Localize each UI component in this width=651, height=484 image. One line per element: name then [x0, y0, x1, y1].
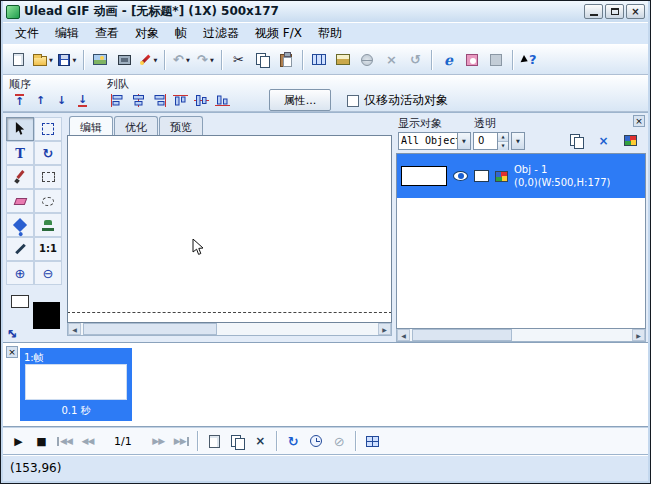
export-button[interactable] — [362, 431, 383, 452]
move-down-button[interactable]: ↓ — [51, 90, 72, 111]
last-frame-button[interactable]: ▶▶ — [171, 431, 192, 452]
scroll-right-arrow[interactable]: ▶ — [378, 323, 391, 335]
scroll-track[interactable] — [81, 323, 378, 335]
paste-button[interactable] — [275, 48, 298, 71]
menu-object[interactable]: 对象 — [127, 22, 167, 45]
rotate-tool-button[interactable]: ↻ — [34, 141, 62, 165]
frame-item-selected[interactable]: 1:帧 0.1 秒 — [20, 348, 132, 421]
close-button[interactable]: × — [626, 4, 645, 19]
menu-view[interactable]: 查看 — [87, 22, 127, 45]
object-color-chip[interactable] — [474, 170, 489, 182]
move-active-only-checkbox[interactable]: 仅移动活动对象 — [347, 92, 448, 109]
play-button[interactable]: ▶ — [8, 431, 29, 452]
scroll-thumb[interactable] — [412, 329, 512, 341]
menu-frame[interactable]: 帧 — [167, 22, 195, 45]
prev-frame-button[interactable]: ◀◀ — [77, 431, 98, 452]
add-banner-button[interactable] — [332, 48, 355, 71]
add-frame-button[interactable] — [204, 431, 225, 452]
optimize-info-button[interactable] — [485, 48, 508, 71]
revert-button[interactable]: ↺ — [404, 48, 427, 71]
redo-button[interactable]: ↷▼ — [194, 48, 217, 71]
maximize-button[interactable] — [605, 4, 624, 19]
menu-filters[interactable]: 过滤器 — [195, 22, 247, 45]
object-list-hscrollbar[interactable]: ◀ ▶ — [396, 329, 646, 342]
scroll-left-arrow[interactable]: ◀ — [68, 323, 81, 335]
properties-button[interactable]: 属性... — [269, 89, 331, 111]
duplicate-object-button[interactable] — [565, 129, 588, 152]
visibility-eye-icon[interactable] — [453, 171, 468, 181]
align-top-button[interactable] — [170, 90, 191, 111]
cut-button[interactable]: ✂ — [227, 48, 250, 71]
marquee-tool-button[interactable] — [34, 165, 62, 189]
title-bar[interactable]: Ulead GIF 动画 - [无标题*] (1X) 500x177 × — [3, 1, 648, 22]
lasso-tool-button[interactable] — [34, 189, 62, 213]
menu-edit[interactable]: 编辑 — [47, 22, 87, 45]
align-center-v-button[interactable] — [191, 90, 212, 111]
onion-skin-button[interactable]: ⊘ — [329, 431, 350, 452]
scroll-track[interactable] — [410, 329, 632, 341]
actual-size-button[interactable]: 1:1 — [34, 237, 62, 261]
delete-frame-button[interactable]: × — [250, 431, 271, 452]
move-to-bottom-button[interactable]: ↓ — [72, 90, 93, 111]
loop-button[interactable]: ↻ — [283, 431, 304, 452]
capture-button[interactable] — [113, 48, 136, 71]
first-frame-button[interactable]: ◀◀ — [54, 431, 75, 452]
transparency-slider-button[interactable]: ▼ — [511, 132, 525, 150]
zoom-in-button[interactable]: ⊕ — [6, 261, 34, 285]
close-frame-strip-button[interactable]: × — [6, 346, 18, 358]
delete-button[interactable]: × — [380, 48, 403, 71]
menu-help[interactable]: 帮助 — [310, 22, 350, 45]
new-button[interactable] — [7, 48, 30, 71]
color-wand-button[interactable]: ▼ — [137, 48, 160, 71]
stop-button[interactable]: ■ — [31, 431, 52, 452]
spin-up-icon[interactable]: ▲ — [498, 133, 508, 142]
stamp-tool-button[interactable] — [34, 213, 62, 237]
align-left-button[interactable] — [107, 90, 128, 111]
align-right-button[interactable] — [149, 90, 170, 111]
zoom-out-button[interactable]: ⊖ — [34, 261, 62, 285]
next-frame-button[interactable]: ▶▶ — [148, 431, 169, 452]
eyedropper-tool-button[interactable] — [6, 237, 34, 261]
canvas[interactable] — [67, 135, 392, 323]
show-objects-dropdown[interactable]: All Object ▼ — [398, 132, 471, 150]
brush-tool-button[interactable] — [6, 165, 34, 189]
eraser-tool-button[interactable] — [6, 189, 34, 213]
delete-object-button[interactable]: × — [592, 129, 615, 152]
tab-optimize[interactable]: 优化 — [114, 116, 158, 135]
open-button[interactable]: ▼ — [31, 48, 55, 71]
scroll-thumb[interactable] — [83, 323, 217, 335]
minimize-button[interactable] — [584, 4, 603, 19]
object-palette-icon[interactable] — [495, 171, 508, 182]
fill-color-swatch[interactable] — [33, 302, 60, 329]
context-help-button[interactable]: ? — [518, 48, 541, 71]
duplicate-frame-button[interactable] — [227, 431, 248, 452]
spin-down-icon[interactable]: ▼ — [498, 142, 508, 150]
stroke-color-swatch[interactable] — [11, 295, 29, 308]
copy-button[interactable] — [251, 48, 274, 71]
align-bottom-button[interactable] — [212, 90, 233, 111]
close-object-panel-button[interactable]: × — [633, 115, 645, 127]
canvas-hscrollbar[interactable]: ◀ ▶ — [67, 323, 392, 336]
scroll-left-arrow[interactable]: ◀ — [397, 329, 410, 341]
browser-preview-button[interactable]: e — [437, 48, 460, 71]
object-list-item[interactable]: Obj - 1 (0,0)(W:500,H:177) — [397, 154, 645, 198]
transform-tool-button[interactable] — [34, 117, 62, 141]
undo-button[interactable]: ↶▼ — [170, 48, 193, 71]
menu-file[interactable]: 文件 — [7, 22, 47, 45]
object-properties-button[interactable] — [619, 129, 642, 152]
move-to-top-button[interactable]: ↑ — [9, 90, 30, 111]
menu-video-fx[interactable]: 视频 F/X — [247, 22, 310, 45]
align-center-h-button[interactable] — [128, 90, 149, 111]
swap-colors-icon[interactable]: ↔ — [3, 324, 21, 342]
select-tool-button[interactable] — [6, 117, 34, 141]
web-properties-button[interactable] — [356, 48, 379, 71]
mask-button[interactable] — [461, 48, 484, 71]
transparency-spinner[interactable]: 0 ▲ ▼ — [473, 132, 509, 150]
chevron-down-icon[interactable]: ▼ — [457, 133, 470, 149]
tab-preview[interactable]: 预览 — [159, 116, 203, 135]
text-tool-button[interactable]: T — [6, 141, 34, 165]
tab-edit[interactable]: 编辑 — [69, 116, 113, 135]
save-button[interactable]: ▼ — [56, 48, 79, 71]
add-image-button[interactable] — [89, 48, 112, 71]
fill-tool-button[interactable] — [6, 213, 34, 237]
